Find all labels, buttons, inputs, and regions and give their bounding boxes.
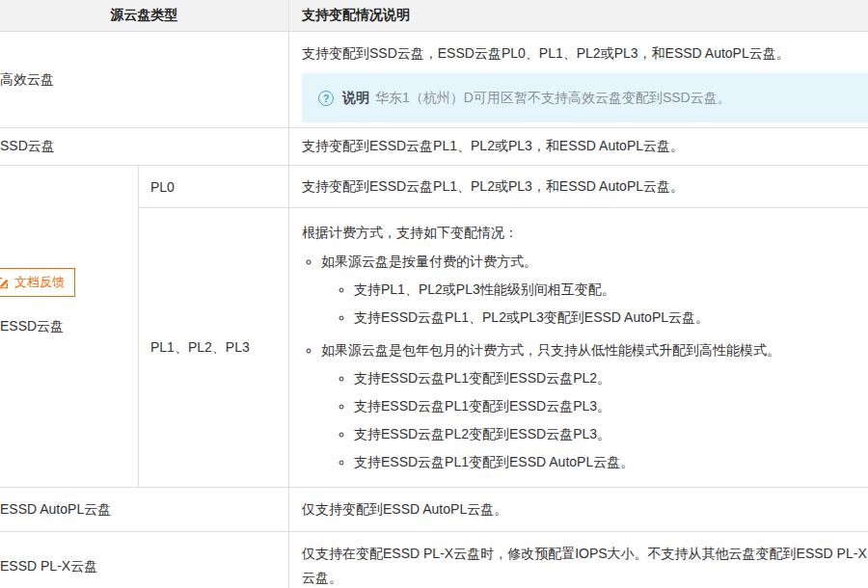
note-label: 说明	[342, 90, 369, 107]
cell-change-desc: 支持变配到SSD云盘，ESSD云盘PL0、PL1、PL2或PL3，和ESSD A…	[289, 32, 868, 127]
table-row-essd-pl0: PL0 支持变配到ESSD云盘PL1、PL2或PL3，和ESSD AutoPL云…	[139, 166, 868, 208]
list-item: 支持ESSD云盘PL1变配到ESSD AutoPL云盘。	[354, 452, 855, 471]
list-item: 支持ESSD云盘PL1变配到ESSD云盘PL2。	[354, 368, 855, 388]
prepaid-sublist: 支持ESSD云盘PL1变配到ESSD云盘PL2。 支持ESSD云盘PL1变配到E…	[321, 368, 855, 471]
billing-intro-text: 根据计费方式，支持如下变配情况：	[302, 223, 855, 242]
header-change-support: 支持变配情况说明	[289, 0, 868, 31]
cell-disk-type: SSD云盘	[0, 128, 289, 165]
disk-change-support-table: 源云盘类型 支持变配情况说明 高效云盘 支持变配到SSD云盘，ESSD云盘PL0…	[0, 0, 868, 588]
table-row-plx: ESSD PL-X云盘 仅支持在变配ESSD PL-X云盘时，修改预配置IOPS…	[0, 532, 868, 588]
cell-perf-level: PL1、PL2、PL3	[139, 208, 289, 487]
help-circle-icon: ?	[318, 91, 334, 106]
table-header-row: 源云盘类型 支持变配情况说明	[0, 0, 868, 32]
doc-feedback-button[interactable]: 文档反馈	[0, 268, 75, 297]
prepaid-title: 如果源云盘是包年包月的计费方式，只支持从低性能模式升配到高性能模式。	[321, 342, 780, 358]
note-box: ? 说明 华东1（杭州）D可用区暂不支持高效云盘变配到SSD云盘。	[302, 73, 868, 122]
postpaid-sublist: 支持PL1、PL2或PL3性能级别间相互变配。 支持ESSD云盘PL1、PL2或…	[321, 280, 855, 327]
postpaid-title: 如果源云盘是按量付费的计费方式。	[321, 254, 537, 269]
cell-disk-type: ESSD PL-X云盘	[0, 532, 289, 588]
list-item: 支持ESSD云盘PL1变配到ESSD云盘PL3。	[354, 396, 855, 415]
cell-change-desc: 支持变配到ESSD云盘PL1、PL2或PL3，和ESSD AutoPL云盘。	[289, 128, 868, 165]
cell-change-desc: 仅支持变配到ESSD AutoPL云盘。	[289, 488, 868, 531]
cell-change-desc: 仅支持在变配ESSD PL-X云盘时，修改预配置IOPS大小。不支持从其他云盘变…	[289, 532, 868, 588]
table-row-autopl: ESSD AutoPL云盘 仅支持变配到ESSD AutoPL云盘。	[0, 488, 868, 532]
desc-text: 支持变配到SSD云盘，ESSD云盘PL0、PL1、PL2或PL3，和ESSD A…	[302, 43, 855, 64]
cell-disk-type: ESSD云盘	[0, 166, 139, 487]
table-row-essd-pl123: PL1、PL2、PL3 根据计费方式，支持如下变配情况： 如果源云盘是按量付费的…	[139, 208, 868, 487]
table-row-essd-group: ESSD云盘 PL0 支持变配到ESSD云盘PL1、PL2或PL3，和ESSD …	[0, 166, 868, 488]
cell-change-desc: 支持变配到ESSD云盘PL1、PL2或PL3，和ESSD AutoPL云盘。	[289, 166, 868, 207]
cell-disk-type: 高效云盘	[0, 32, 289, 127]
list-item: 支持ESSD云盘PL1、PL2或PL3变配到ESSD AutoPL云盘。	[354, 307, 855, 327]
note-text: 华东1（杭州）D可用区暂不支持高效云盘变配到SSD云盘。	[375, 90, 731, 107]
table-row-gaoxiao: 高效云盘 支持变配到SSD云盘，ESSD云盘PL0、PL1、PL2或PL3，和E…	[0, 32, 868, 128]
billing-mode-list: 如果源云盘是按量付费的计费方式。 支持PL1、PL2或PL3性能级别间相互变配。…	[302, 252, 855, 471]
list-item-prepaid: 如果源云盘是包年包月的计费方式，只支持从低性能模式升配到高性能模式。 支持ESS…	[321, 340, 855, 471]
header-source-disk-type: 源云盘类型	[0, 0, 289, 31]
list-item-postpaid: 如果源云盘是按量付费的计费方式。 支持PL1、PL2或PL3性能级别间相互变配。…	[321, 252, 855, 327]
table-row-ssd: SSD云盘 支持变配到ESSD云盘PL1、PL2或PL3，和ESSD AutoP…	[0, 128, 868, 166]
list-item: 支持ESSD云盘PL2变配到ESSD云盘PL3。	[354, 424, 855, 443]
cell-change-desc: 根据计费方式，支持如下变配情况： 如果源云盘是按量付费的计费方式。 支持PL1、…	[289, 208, 868, 487]
cell-disk-type: ESSD AutoPL云盘	[0, 488, 289, 531]
edit-icon	[0, 276, 10, 290]
doc-feedback-label: 文档反馈	[14, 274, 65, 291]
essd-subrows: PL0 支持变配到ESSD云盘PL1、PL2或PL3，和ESSD AutoPL云…	[139, 166, 868, 487]
list-item: 支持PL1、PL2或PL3性能级别间相互变配。	[354, 280, 855, 299]
cell-perf-level: PL0	[139, 166, 289, 207]
